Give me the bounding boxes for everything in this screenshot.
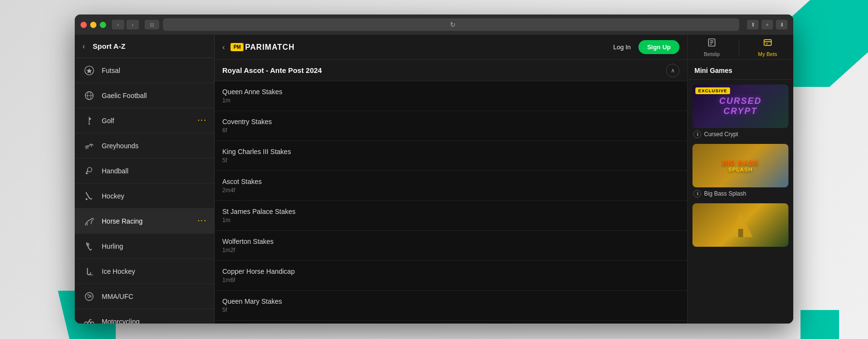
svg-point-9 [87,243,89,246]
sidebar-back-button[interactable]: ‹ [82,42,85,51]
race-item-copper-horse[interactable]: Copper Horse Handicap 1m6f [215,261,687,291]
sidebar-item-hurling[interactable]: Hurling [75,234,214,259]
svg-point-8 [86,198,88,200]
download-icon[interactable]: ⬇ [776,20,787,29]
game-info-row-bass: ℹ Big Bass Splash [692,190,788,198]
sidebar-item-label-ice-hockey: Ice Hockey [102,268,206,275]
share-icon[interactable]: ⬆ [747,20,759,29]
race-item-name: Coventry Stakes [222,118,679,126]
refresh-button[interactable]: ↻ [450,21,456,28]
horse-racing-dots-menu[interactable]: ⋮ [198,216,206,226]
race-item-detail: 6f [222,127,679,134]
race-item-name: Queen Anne Stakes [222,88,679,96]
game-thumbnail-big-bass: BIG BASS SPLASH [692,144,788,187]
mini-games-list: Exclusive CURSED CRYPT ℹ Cursed Crypt [688,80,793,324]
sidebar-title: Sport A-Z [93,42,125,50]
svg-point-6 [87,167,92,171]
race-item-king-charles[interactable]: King Charles III Stakes 5f [215,141,687,171]
my-bets-icon [763,38,773,50]
pm-logo-icon: PM [231,43,244,51]
big-bass-title-line1: BIG BASS [722,159,759,167]
tab-betslip[interactable]: Betslip [698,35,726,60]
game-info-icon-cursed: ℹ [693,130,701,138]
add-tab-icon[interactable]: + [761,20,773,29]
fullscreen-button[interactable] [100,22,106,28]
pm-logo-text: PARIMATCH [245,43,295,52]
right-sidebar: Betslip My Bets Mini Games Exclus [687,35,793,324]
sidebar-item-label-golf: Golf [102,117,198,125]
sidebar-item-label-hockey: Hockey [102,192,206,200]
collapse-button[interactable]: ∧ [666,64,679,77]
sidebar-item-horse-racing[interactable]: Horse Racing ⋮ [75,209,214,234]
race-item-coventry[interactable]: Coventry Stakes 6f [215,111,687,141]
sidebar-item-golf[interactable]: Golf ⋮ [75,108,214,133]
sidebar-header: ‹ Sport A-Z [75,35,214,58]
traffic-lights [81,22,106,28]
hurling-icon [82,240,96,253]
race-title: Royal Ascot - Ante Post 2024 [222,66,666,74]
sidebar-item-greyhounds[interactable]: Greyhounds [75,133,214,158]
game-info-row-cursed: ℹ Cursed Crypt [692,130,788,138]
sidebar-item-label-futsal: Futsal [102,67,206,74]
game-thumbnail-cursed-crypt: Exclusive CURSED CRYPT [692,85,788,128]
sidebar-item-label-handball: Handball [102,167,206,175]
tab-view-button[interactable]: ⊡ [145,20,159,29]
pm-signup-button[interactable]: Sign Up [638,40,679,54]
sidebar-item-gaelic-football[interactable]: Gaelic Football [75,83,214,108]
url-bar[interactable]: ↻ [163,18,739,31]
svg-point-14 [91,322,94,324]
race-item-detail: 1m [222,97,679,104]
sidebar-item-futsal[interactable]: Futsal [75,58,214,83]
exclusive-badge: Exclusive [695,87,730,94]
svg-rect-20 [764,40,771,45]
race-item-duke-cambridge[interactable]: Duke Of Cambridge Stakes [215,321,687,324]
game-card-big-bass[interactable]: BIG BASS SPLASH ℹ Big Bass Splash [692,144,788,198]
close-button[interactable] [81,22,87,28]
svg-point-13 [84,322,87,324]
race-item-name: Wolferton Stakes [222,238,679,245]
svg-rect-24 [738,229,743,237]
race-item-detail: 1m6f [222,277,679,283]
betslip-icon [707,38,717,50]
race-item-wolferton[interactable]: Wolferton Stakes 1m2f [215,231,687,261]
race-item-ascot-stakes[interactable]: Ascot Stakes 2m4f [215,171,687,201]
sidebar-item-handball[interactable]: Handball [75,158,214,184]
pm-back-button[interactable]: ‹ [222,43,225,52]
sidebar-item-ice-hockey[interactable]: Ice Hockey [75,259,214,284]
main-content: ‹ Sport A-Z Futsal Gaelic Football [75,35,793,324]
pm-header: ‹ PM PARIMATCH Log In Sign Up [215,35,687,60]
toolbar-right: ⬆ + ⬇ [747,20,787,29]
sidebar-item-hockey[interactable]: Hockey [75,184,214,209]
race-items-list: Queen Anne Stakes 1m Coventry Stakes 6f … [215,81,687,324]
race-item-name: Ascot Stakes [222,178,679,185]
race-item-name: Copper Horse Handicap [222,268,679,275]
sidebar-item-mma-ufc[interactable]: MMA/UFC [75,284,214,309]
forward-nav-button[interactable]: › [126,20,139,29]
nav-buttons: ‹ › [112,20,139,29]
race-item-st-james[interactable]: St James Palace Stakes 1m [215,201,687,231]
race-item-queen-anne[interactable]: Queen Anne Stakes 1m [215,81,687,111]
big-bass-title-line2: SPLASH [728,167,753,172]
sidebar-item-label-horse-racing: Horse Racing [102,217,198,225]
golf-dots-menu[interactable]: ⋮ [198,116,206,126]
game-thumbnail-egypt [692,203,788,247]
race-item-detail: 5f [222,157,679,164]
big-bass-bg: BIG BASS SPLASH [692,144,788,187]
race-item-detail: 1m [222,217,679,224]
back-nav-button[interactable]: ‹ [112,20,124,29]
game-info-icon-bass: ℹ [693,190,701,198]
cursed-crypt-title: CURSED [719,96,761,106]
sidebar-item-motorcycling[interactable]: Motorcycling [75,309,214,324]
game-name-big-bass: Big Bass Splash [704,190,746,197]
tab-my-bets[interactable]: My Bets [752,35,783,60]
ice-hockey-icon [82,265,96,278]
egypt-bg [692,203,788,247]
game-card-egypt[interactable] [692,203,788,247]
pm-login-button[interactable]: Log In [613,43,631,51]
race-item-queen-mary[interactable]: Queen Mary Stakes 5f [215,291,687,321]
sidebar-item-label-hurling: Hurling [102,242,206,250]
motorcycling-icon [82,315,96,324]
my-bets-tab-label: My Bets [758,51,777,57]
game-card-cursed-crypt[interactable]: Exclusive CURSED CRYPT ℹ Cursed Crypt [692,85,788,138]
minimize-button[interactable] [90,22,96,28]
